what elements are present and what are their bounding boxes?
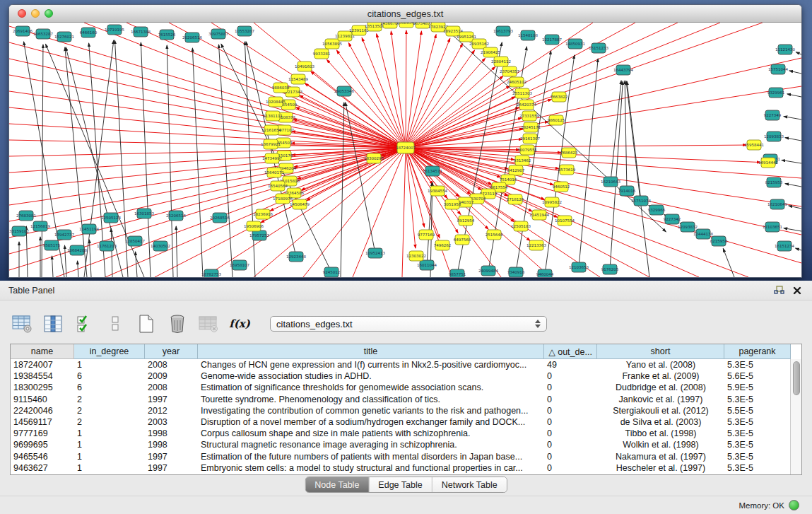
cell[interactable]: Disruption of a novel member of a sodium… [198, 416, 544, 428]
graph-node[interactable]: 16301853 [134, 209, 154, 218]
cell[interactable]: 9777169 [11, 428, 74, 439]
scrollbar-thumb[interactable] [793, 361, 800, 395]
graph-node[interactable]: 10952413 [365, 248, 385, 258]
graph-node[interactable]: 8215958 [710, 236, 728, 246]
cell[interactable]: 2008 [145, 382, 198, 393]
graph-node[interactable]: 15751074 [631, 196, 651, 206]
delete-column-icon[interactable] [167, 313, 188, 334]
graph-node[interactable]: 11121430 [775, 45, 795, 54]
cell[interactable]: 18724007 [11, 359, 74, 370]
graph-node[interactable]: 33159102 [9, 226, 29, 236]
graph-node[interactable]: 2515644 [486, 230, 503, 240]
table-row[interactable]: 1872400712008Changes of HCN gene express… [11, 359, 801, 370]
table-row[interactable]: 946362711997Embryonic stem cells: a mode… [11, 462, 801, 474]
graph-node[interactable]: 10553287 [235, 26, 254, 36]
cell[interactable]: 1997 [145, 451, 198, 462]
graph-node[interactable]: 11451194 [79, 224, 99, 234]
graph-node[interactable]: 11548108 [518, 30, 538, 40]
column-header-year[interactable]: year [145, 344, 198, 359]
graph-node[interactable]: 12093833 [764, 132, 784, 141]
graph-node[interactable]: 29161307 [520, 134, 540, 144]
graph-node[interactable]: 11761203 [97, 241, 117, 251]
cell[interactable]: Corpus callosum shape and size in male p… [198, 428, 544, 439]
graph-node[interactable]: 11381111 [263, 111, 283, 121]
cell[interactable]: Stergiakouli et al. (2012) [597, 405, 724, 416]
table-row[interactable]: 1456911722003Disruption of a novel membe… [11, 416, 801, 428]
graph-node[interactable]: 9505175 [43, 240, 61, 250]
graph-node[interactable]: 6466160 [80, 28, 98, 37]
tab-network-table[interactable]: Network Table [433, 477, 507, 492]
cell[interactable]: 6 [74, 382, 145, 393]
cell[interactable]: 1 [74, 462, 145, 474]
tab-edge-table[interactable]: Edge Table [369, 477, 432, 492]
cell[interactable]: 5.3E-5 [724, 416, 791, 428]
cell[interactable]: Estimation of significance thresholds fo… [198, 382, 544, 393]
graph-node[interactable]: 21906425 [481, 47, 500, 57]
graph-node[interactable]: 8573619 [558, 165, 576, 175]
graph-node[interactable]: 7496262 [434, 240, 452, 250]
cell[interactable]: 0 [544, 451, 597, 462]
table-row[interactable]: 969969511998Structural magnetic resonanc… [11, 439, 801, 450]
cell[interactable]: Hescheler et al. (1997) [597, 462, 724, 474]
delete-table-icon[interactable] [198, 313, 219, 334]
graph-node[interactable]: 16210643 [601, 177, 620, 187]
cell[interactable]: 5.3E-5 [724, 428, 791, 439]
column-header-in-degree[interactable]: in_degree [74, 344, 145, 359]
graph-node[interactable]: 24605102 [507, 77, 526, 87]
graph-node[interactable]: 12213363 [526, 240, 546, 250]
graph-node[interactable]: 27683081 [16, 211, 36, 221]
cell[interactable]: 0 [544, 405, 597, 416]
cell[interactable]: 5.5E-5 [724, 405, 791, 416]
graph-node[interactable]: 12156819 [30, 221, 50, 231]
graph-node[interactable]: 15134571 [423, 166, 442, 176]
graph-node[interactable]: 16210649 [767, 199, 787, 209]
graph-node[interactable]: 28245171 [521, 122, 541, 132]
graph-node[interactable]: 7914016 [618, 186, 636, 196]
graph-node[interactable]: 10719195 [105, 25, 124, 35]
cell[interactable]: 1 [74, 359, 145, 370]
cell[interactable]: 49 [544, 359, 597, 370]
network-window-titlebar[interactable]: citations_edges.txt [9, 5, 801, 23]
column-header-out-de-[interactable]: △ out_de... [544, 344, 597, 359]
cell[interactable]: 0 [544, 462, 597, 474]
cell[interactable]: 2 [74, 416, 145, 428]
graph-node[interactable]: 9460044 [536, 269, 554, 277]
cell[interactable]: 1998 [145, 428, 198, 439]
graph-node[interactable]: 6497568 [454, 235, 471, 245]
cell[interactable]: 2012 [145, 405, 198, 416]
cell[interactable]: 2 [74, 394, 145, 405]
graph-node[interactable]: 17180976 [273, 194, 293, 204]
cell[interactable]: 18300295 [11, 382, 74, 393]
graph-node[interactable]: 16671388 [131, 27, 151, 37]
graph-node[interactable]: 25511303 [512, 88, 532, 98]
graph-node[interactable]: 9176205 [601, 264, 619, 274]
cell[interactable]: 2 [74, 405, 145, 416]
cell[interactable]: 1 [74, 451, 145, 462]
graph-node[interactable]: 9227342 [664, 214, 681, 224]
cell[interactable]: 5.3E-5 [724, 394, 791, 405]
graph-node[interactable]: 12505183 [511, 221, 531, 231]
graph-node[interactable]: 8912954 [457, 216, 475, 226]
graph-node[interactable]: 15958441 [744, 140, 764, 150]
graph-node[interactable]: 16443794 [613, 65, 633, 75]
cell[interactable]: 1997 [145, 462, 198, 474]
cell[interactable]: Changes of HCN gene expression and I(f) … [198, 359, 544, 370]
cell[interactable]: 5.3E-5 [724, 462, 791, 474]
cell[interactable]: 5.6E-5 [724, 370, 791, 382]
cell[interactable]: Genome-wide association studies in ADHD. [198, 370, 544, 382]
cell[interactable]: Structural magnetic resonance image aver… [198, 439, 544, 450]
graph-node[interactable]: 16914441 [758, 158, 778, 168]
graph-node[interactable]: 9460512 [553, 182, 570, 192]
graph-node[interactable]: 14734997 [262, 153, 282, 163]
function-builder-icon[interactable]: f(x) [229, 313, 250, 334]
graph-node[interactable]: 18724007 [396, 142, 416, 153]
graph-node[interactable]: 18236916 [253, 209, 273, 219]
cell[interactable]: 9115460 [11, 394, 74, 405]
column-header-pagerank[interactable]: pagerank [724, 344, 791, 359]
cell[interactable]: Embryonic stem cells: a model to study s… [198, 462, 544, 474]
graph-node[interactable]: 12444138 [693, 229, 713, 239]
cell[interactable]: 1 [74, 428, 145, 439]
cell[interactable]: 1 [74, 439, 145, 450]
cell[interactable]: Investigating the contribution of common… [198, 405, 544, 416]
select-all-checks-icon[interactable] [73, 313, 95, 334]
